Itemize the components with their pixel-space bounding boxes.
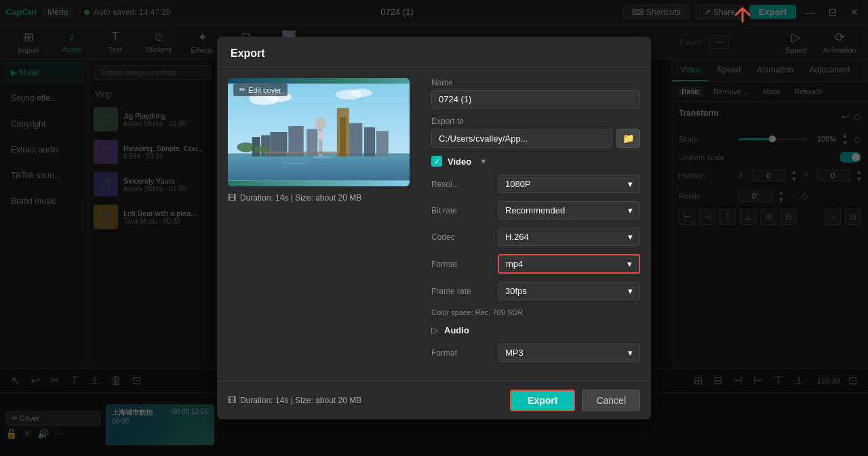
framerate-select[interactable]: 30fps ▾ (498, 282, 640, 300)
export-path-input[interactable] (431, 129, 612, 148)
footer-duration-info: 🎞 Duration: 14s | Size: about 20 MB (228, 396, 361, 405)
cancel-modal-button[interactable]: Cancel (582, 390, 640, 411)
audio-format-select[interactable]: MP3 ▾ (498, 344, 640, 362)
svg-rect-3 (340, 117, 346, 157)
video-section-label: Video (448, 157, 471, 167)
film-icon: 🎞 (228, 396, 236, 405)
export-modal-button[interactable]: Export (510, 390, 575, 411)
audio-expand-icon: ▷ (431, 325, 439, 335)
video-section-header[interactable]: ✓ Video ▼ (431, 156, 640, 167)
format-label: Format (431, 260, 492, 269)
svg-point-6 (316, 131, 325, 140)
audio-section-label: Audio (444, 325, 469, 335)
codec-select[interactable]: H.264 ▾ (498, 228, 640, 246)
svg-rect-23 (282, 163, 307, 164)
svg-rect-12 (376, 131, 389, 157)
export-to-row: Export to 📁 (431, 117, 640, 148)
export-modal: Export (217, 37, 651, 419)
svg-point-5 (315, 117, 327, 129)
edit-cover-button[interactable]: ✏ Edit cover (233, 83, 288, 96)
chevron-down-icon: ▾ (628, 205, 633, 215)
color-space-text: Color space: Rec. 709 SDR (431, 308, 640, 316)
svg-point-15 (237, 142, 255, 152)
codec-label: Codec (431, 232, 492, 242)
audio-format-label: Format (431, 348, 492, 358)
video-check: ✓ (431, 156, 442, 167)
chevron-down-icon: ▾ (627, 259, 632, 269)
export-arrow-indicator (729, 3, 756, 26)
pencil-icon: ✏ (239, 85, 245, 94)
resolution-select[interactable]: 1080P ▾ (498, 175, 640, 193)
preview-image: ✏ Edit cover (228, 78, 410, 186)
name-label: Name (431, 78, 640, 87)
framerate-row: Frame rate 30fps ▾ (431, 282, 640, 300)
svg-rect-17 (264, 152, 337, 154)
modal-title: Export (217, 37, 651, 67)
modal-overlay: Export (0, 0, 868, 456)
modal-footer: 🎞 Duration: 14s | Size: about 20 MB Expo… (217, 381, 651, 419)
codec-row: Codec H.264 ▾ (431, 228, 640, 246)
resolution-row: Resol... 1080P ▾ (431, 175, 640, 193)
footer-buttons: Export Cancel (510, 390, 640, 411)
audio-section-header[interactable]: ▷ Audio (431, 325, 640, 335)
name-input[interactable] (431, 90, 640, 108)
svg-rect-10 (349, 123, 363, 157)
export-to-label: Export to (431, 117, 640, 126)
chevron-down-icon: ▾ (628, 232, 633, 242)
resolution-label: Resol... (431, 180, 492, 189)
bitrate-label: Bit rate (431, 206, 492, 215)
format-row: Format mp4 ▾ (431, 254, 640, 274)
name-row: Name (431, 78, 640, 108)
bitrate-select[interactable]: Recommended ▾ (498, 201, 640, 220)
chevron-down-icon: ▾ (628, 286, 633, 296)
framerate-label: Frame rate (431, 287, 492, 296)
modal-form: Name Export to 📁 ✓ Video ▼ (420, 67, 651, 381)
video-collapse-dot: ▼ (479, 157, 487, 165)
chevron-down-icon: ▾ (628, 179, 633, 189)
film-icon: 🎞 (228, 193, 236, 203)
modal-body: ✏ Edit cover 🎞 Duration: 14s | Size: abo… (217, 67, 651, 381)
duration-info: 🎞 Duration: 14s | Size: about 20 MB (228, 193, 410, 203)
svg-rect-22 (313, 157, 331, 159)
browse-folder-button[interactable]: 📁 (616, 129, 640, 148)
format-select[interactable]: mp4 ▾ (498, 254, 640, 274)
modal-preview-section: ✏ Edit cover 🎞 Duration: 14s | Size: abo… (217, 67, 420, 381)
chevron-down-icon: ▾ (628, 348, 633, 358)
svg-point-21 (350, 89, 372, 98)
bitrate-row: Bit rate Recommended ▾ (431, 201, 640, 220)
svg-rect-11 (364, 127, 375, 157)
audio-format-row: Format MP3 ▾ (431, 344, 640, 362)
